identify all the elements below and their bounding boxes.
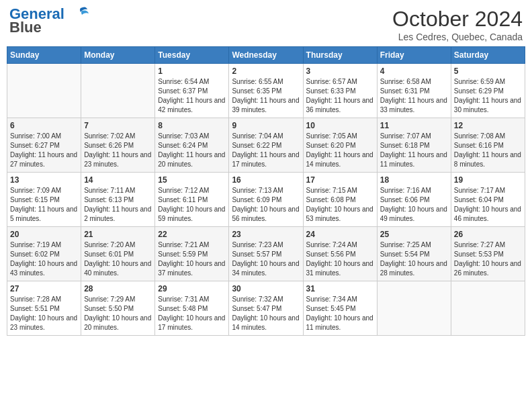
calendar-day: 26Sunrise: 7:27 AM Sunset: 5:53 PM Dayli… (451, 227, 525, 281)
calendar-week: 27Sunrise: 7:28 AM Sunset: 5:51 PM Dayli… (7, 281, 525, 336)
calendar-week: 6Sunrise: 7:00 AM Sunset: 6:27 PM Daylig… (7, 118, 525, 173)
calendar-day (451, 281, 525, 336)
day-info: Sunrise: 7:21 AM Sunset: 5:59 PM Dayligh… (158, 240, 226, 278)
header-day: Thursday (303, 47, 377, 64)
month-title: October 2024 (392, 7, 523, 32)
logo-subtext: Blue (9, 19, 42, 36)
day-info: Sunrise: 7:23 AM Sunset: 5:57 PM Dayligh… (232, 240, 300, 278)
day-info: Sunrise: 7:05 AM Sunset: 6:20 PM Dayligh… (306, 132, 374, 169)
day-number: 7 (84, 121, 152, 130)
logo: General Blue (9, 7, 89, 36)
calendar-week: 13Sunrise: 7:09 AM Sunset: 6:15 PM Dayli… (7, 173, 525, 227)
day-number: 11 (380, 121, 448, 130)
day-info: Sunrise: 7:02 AM Sunset: 6:26 PM Dayligh… (84, 132, 152, 169)
title-area: October 2024 Les Cedres, Quebec, Canada (392, 7, 523, 42)
calendar-day: 17Sunrise: 7:15 AM Sunset: 6:08 PM Dayli… (303, 173, 377, 227)
calendar-day: 7Sunrise: 7:02 AM Sunset: 6:26 PM Daylig… (81, 118, 155, 173)
header-day: Tuesday (155, 47, 229, 64)
day-info: Sunrise: 7:13 AM Sunset: 6:09 PM Dayligh… (232, 186, 300, 224)
calendar-day: 5Sunrise: 6:59 AM Sunset: 6:29 PM Daylig… (451, 64, 525, 118)
day-number: 30 (232, 284, 300, 293)
calendar-day: 21Sunrise: 7:20 AM Sunset: 6:01 PM Dayli… (81, 227, 155, 281)
calendar-day: 3Sunrise: 6:57 AM Sunset: 6:33 PM Daylig… (303, 64, 377, 118)
day-info: Sunrise: 7:29 AM Sunset: 5:50 PM Dayligh… (84, 295, 152, 332)
calendar-day: 20Sunrise: 7:19 AM Sunset: 6:02 PM Dayli… (7, 227, 81, 281)
calendar-day (377, 281, 451, 336)
day-number: 6 (10, 121, 78, 130)
calendar-day: 22Sunrise: 7:21 AM Sunset: 5:59 PM Dayli… (155, 227, 229, 281)
header: General Blue October 2024 Les Cedres, Qu… (7, 7, 525, 42)
header-day: Sunday (7, 47, 81, 64)
day-number: 31 (306, 284, 374, 293)
calendar-day: 12Sunrise: 7:08 AM Sunset: 6:16 PM Dayli… (451, 118, 525, 173)
day-info: Sunrise: 7:04 AM Sunset: 6:22 PM Dayligh… (232, 132, 300, 169)
day-number: 21 (84, 230, 152, 239)
day-info: Sunrise: 6:59 AM Sunset: 6:29 PM Dayligh… (454, 77, 522, 115)
day-number: 27 (10, 284, 78, 293)
day-info: Sunrise: 7:11 AM Sunset: 6:13 PM Dayligh… (84, 186, 152, 224)
day-info: Sunrise: 7:28 AM Sunset: 5:51 PM Dayligh… (10, 295, 78, 332)
calendar-day: 28Sunrise: 7:29 AM Sunset: 5:50 PM Dayli… (81, 281, 155, 336)
calendar-day: 30Sunrise: 7:32 AM Sunset: 5:47 PM Dayli… (229, 281, 303, 336)
day-info: Sunrise: 7:15 AM Sunset: 6:08 PM Dayligh… (306, 186, 374, 224)
logo-bird-icon (67, 5, 89, 21)
header-row: SundayMondayTuesdayWednesdayThursdayFrid… (7, 47, 525, 64)
header-day: Wednesday (229, 47, 303, 64)
calendar-day: 27Sunrise: 7:28 AM Sunset: 5:51 PM Dayli… (7, 281, 81, 336)
day-number: 4 (380, 66, 448, 76)
day-info: Sunrise: 7:17 AM Sunset: 6:04 PM Dayligh… (454, 186, 522, 224)
day-info: Sunrise: 7:34 AM Sunset: 5:45 PM Dayligh… (306, 295, 374, 332)
calendar-day: 31Sunrise: 7:34 AM Sunset: 5:45 PM Dayli… (303, 281, 377, 336)
day-info: Sunrise: 7:12 AM Sunset: 6:11 PM Dayligh… (158, 186, 226, 224)
location-subtitle: Les Cedres, Quebec, Canada (392, 32, 523, 42)
day-number: 24 (306, 230, 374, 239)
calendar-day: 8Sunrise: 7:03 AM Sunset: 6:24 PM Daylig… (155, 118, 229, 173)
day-info: Sunrise: 7:32 AM Sunset: 5:47 PM Dayligh… (232, 295, 300, 332)
calendar-week: 1Sunrise: 6:54 AM Sunset: 6:37 PM Daylig… (7, 64, 525, 118)
calendar-day: 29Sunrise: 7:31 AM Sunset: 5:48 PM Dayli… (155, 281, 229, 336)
day-info: Sunrise: 6:58 AM Sunset: 6:31 PM Dayligh… (380, 77, 448, 115)
day-number: 26 (454, 230, 522, 239)
calendar-day: 4Sunrise: 6:58 AM Sunset: 6:31 PM Daylig… (377, 64, 451, 118)
calendar-body: 1Sunrise: 6:54 AM Sunset: 6:37 PM Daylig… (7, 64, 525, 336)
day-info: Sunrise: 7:20 AM Sunset: 6:01 PM Dayligh… (84, 240, 152, 278)
calendar-day: 24Sunrise: 7:24 AM Sunset: 5:56 PM Dayli… (303, 227, 377, 281)
day-number: 25 (380, 230, 448, 239)
header-day: Monday (81, 47, 155, 64)
day-info: Sunrise: 6:57 AM Sunset: 6:33 PM Dayligh… (306, 77, 374, 115)
day-info: Sunrise: 7:31 AM Sunset: 5:48 PM Dayligh… (158, 295, 226, 332)
calendar-day: 18Sunrise: 7:16 AM Sunset: 6:06 PM Dayli… (377, 173, 451, 227)
day-info: Sunrise: 7:24 AM Sunset: 5:56 PM Dayligh… (306, 240, 374, 278)
day-number: 12 (454, 121, 522, 130)
calendar-day: 15Sunrise: 7:12 AM Sunset: 6:11 PM Dayli… (155, 173, 229, 227)
day-number: 28 (84, 284, 152, 293)
day-info: Sunrise: 7:09 AM Sunset: 6:15 PM Dayligh… (10, 186, 78, 224)
day-number: 13 (10, 175, 78, 185)
day-number: 10 (306, 121, 374, 130)
calendar-table: SundayMondayTuesdayWednesdayThursdayFrid… (7, 46, 525, 336)
calendar-day: 11Sunrise: 7:07 AM Sunset: 6:18 PM Dayli… (377, 118, 451, 173)
day-number: 2 (232, 66, 300, 76)
calendar-day: 25Sunrise: 7:25 AM Sunset: 5:54 PM Dayli… (377, 227, 451, 281)
calendar-day: 19Sunrise: 7:17 AM Sunset: 6:04 PM Dayli… (451, 173, 525, 227)
day-number: 14 (84, 175, 152, 185)
calendar-day (81, 64, 155, 118)
calendar-day: 10Sunrise: 7:05 AM Sunset: 6:20 PM Dayli… (303, 118, 377, 173)
day-number: 17 (306, 175, 374, 185)
day-info: Sunrise: 7:03 AM Sunset: 6:24 PM Dayligh… (158, 132, 226, 169)
day-info: Sunrise: 7:27 AM Sunset: 5:53 PM Dayligh… (454, 240, 522, 278)
calendar-day: 13Sunrise: 7:09 AM Sunset: 6:15 PM Dayli… (7, 173, 81, 227)
day-info: Sunrise: 6:55 AM Sunset: 6:35 PM Dayligh… (232, 77, 300, 115)
day-number: 18 (380, 175, 448, 185)
day-info: Sunrise: 7:19 AM Sunset: 6:02 PM Dayligh… (10, 240, 78, 278)
day-number: 22 (158, 230, 226, 239)
day-number: 20 (10, 230, 78, 239)
day-info: Sunrise: 6:54 AM Sunset: 6:37 PM Dayligh… (158, 77, 226, 115)
header-day: Saturday (451, 47, 525, 64)
day-info: Sunrise: 7:16 AM Sunset: 6:06 PM Dayligh… (380, 186, 448, 224)
day-number: 15 (158, 175, 226, 185)
day-number: 29 (158, 284, 226, 293)
calendar-header: SundayMondayTuesdayWednesdayThursdayFrid… (7, 47, 525, 64)
header-day: Friday (377, 47, 451, 64)
calendar-day: 6Sunrise: 7:00 AM Sunset: 6:27 PM Daylig… (7, 118, 81, 173)
